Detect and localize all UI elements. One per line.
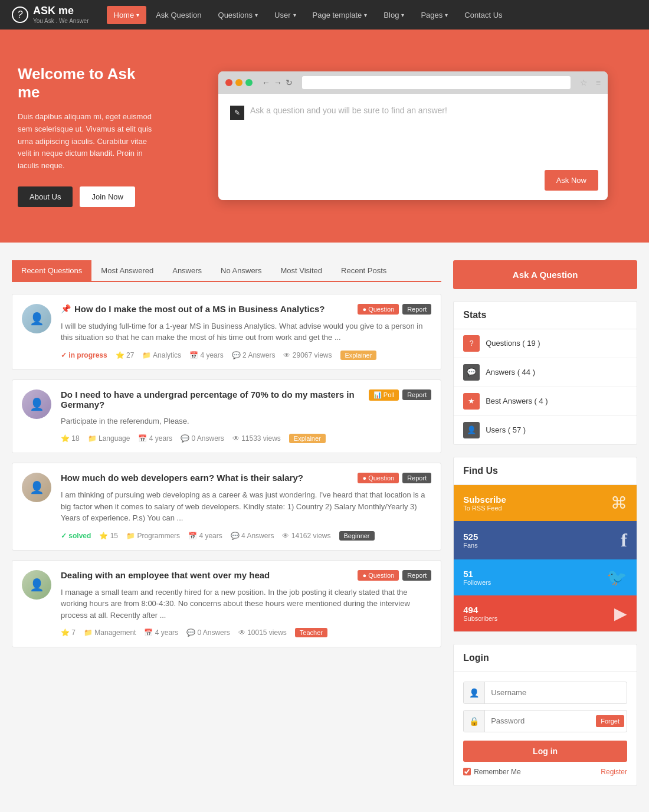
badge-report[interactable]: Report <box>402 473 431 483</box>
remember-me-checkbox[interactable] <box>463 768 471 775</box>
hero-title: Welcome to Ask me <box>18 65 159 102</box>
bookmark-icon: ☆ <box>580 78 588 87</box>
ask-a-question-button[interactable]: Ask A Question <box>453 260 637 289</box>
question-stars: ⭐ 27 <box>116 351 135 359</box>
question-excerpt: I will be studying full-time for a 1-yea… <box>61 320 431 343</box>
nav-item-questions[interactable]: Questions ▾ <box>211 6 266 24</box>
question-body: Dealing with an employee that went over … <box>61 561 441 647</box>
facebook-icon: f <box>621 529 627 551</box>
find-us-youtube-text: 494 Subscribers <box>463 605 497 622</box>
question-header: How much do web developers earn? What is… <box>61 473 431 483</box>
stats-users: 👤 Users ( 57 ) <box>454 416 637 444</box>
nav-item-blog[interactable]: Blog ▾ <box>376 6 411 24</box>
tab-recent-questions[interactable]: Recent Questions <box>12 260 91 281</box>
stats-questions: ? Questions ( 19 ) <box>454 329 637 358</box>
nav-item-contact[interactable]: Contact Us <box>457 6 509 24</box>
nav-item-pages[interactable]: Pages ▾ <box>414 6 455 24</box>
find-us-youtube[interactable]: 494 Subscribers ▶ <box>454 595 637 631</box>
question-title[interactable]: How much do web developers earn? What is… <box>61 473 358 483</box>
question-badges: 📊 Poll Report <box>369 389 431 401</box>
youtube-icon: ▶ <box>614 604 627 623</box>
question-excerpt: I am thinking of pursuing web developing… <box>61 489 431 524</box>
question-status: ✓ solved <box>61 532 91 540</box>
login-footer: Remember Me Register <box>463 768 627 776</box>
dot-red <box>225 79 232 86</box>
question-views: 👁 10015 views <box>238 628 287 637</box>
question-title[interactable]: Dealing with an employee that went over … <box>61 570 358 580</box>
hero-left: Welcome to Ask me Duis dapibus aliquam m… <box>0 30 177 243</box>
badge-report[interactable]: Report <box>402 389 431 400</box>
browser-content: ✎ Ask a question and you will be sure to… <box>218 94 608 200</box>
stats-questions-label: Questions ( 19 ) <box>486 339 540 348</box>
remember-me-label[interactable]: Remember Me <box>463 768 520 776</box>
question-body: Do I need to have a undergrad percentage… <box>61 380 441 453</box>
question-avatar: 👤 <box>12 463 61 550</box>
find-us-twitter[interactable]: 51 Followers 🐦 <box>454 559 637 595</box>
main-left: Recent Questions Most Answered Answers N… <box>12 260 441 798</box>
join-now-button[interactable]: Join Now <box>80 186 135 207</box>
nav-item-user[interactable]: User ▾ <box>267 6 303 24</box>
browser-bar: ← → ↻ ☆ ≡ <box>218 71 608 94</box>
question-badges: ● Question Report <box>358 473 431 483</box>
tab-answers[interactable]: Answers <box>163 260 211 281</box>
login-title: Login <box>454 644 637 672</box>
password-input[interactable] <box>485 712 596 730</box>
hero-buttons: About Us Join Now <box>18 186 159 207</box>
ask-now-button[interactable]: Ask Now <box>545 170 598 191</box>
login-form: 👤 🔒 Forget Log in Remember Me Register <box>454 672 637 785</box>
question-answers: 💬 0 Answers <box>181 434 224 443</box>
browser-nav-buttons: ← → ↻ <box>262 78 293 87</box>
username-icon: 👤 <box>464 682 485 703</box>
refresh-icon: ↻ <box>286 78 293 87</box>
stats-title: Stats <box>454 302 637 329</box>
tab-most-answered[interactable]: Most Answered <box>91 260 163 281</box>
login-section: Login 👤 🔒 Forget Log in Remember Me <box>453 644 637 786</box>
tab-most-visited[interactable]: Most Visited <box>271 260 332 281</box>
avatar: 👤 <box>22 389 51 419</box>
question-title[interactable]: 📌 How do I make the most out of a MS in … <box>61 304 358 314</box>
badge-question: ● Question <box>358 304 399 315</box>
question-time: 📅 4 years <box>144 628 178 637</box>
question-header: 📌 How do I make the most out of a MS in … <box>61 304 431 315</box>
tab-no-answers[interactable]: No Answers <box>211 260 271 281</box>
tab-recent-posts[interactable]: Recent Posts <box>332 260 396 281</box>
question-stars: ⭐ 18 <box>61 434 80 443</box>
find-us-rss-text: Subscribe To RSS Feed <box>463 495 506 512</box>
about-us-button[interactable]: About Us <box>18 186 73 207</box>
question-title[interactable]: Do I need to have a undergrad percentage… <box>61 389 369 410</box>
find-us-facebook[interactable]: 525 Fans f <box>454 521 637 559</box>
find-us-rss[interactable]: Subscribe To RSS Feed ⌘ <box>454 485 637 521</box>
browser-url-bar <box>302 76 571 89</box>
question-body: 📌 How do I make the most out of a MS in … <box>61 294 441 369</box>
dot-yellow <box>235 79 242 86</box>
username-input[interactable] <box>485 683 627 702</box>
avatar: 👤 <box>22 473 51 502</box>
site-logo[interactable]: ? ASK me You Ask . We Answer <box>12 5 89 25</box>
question-answers: 💬 4 Answers <box>231 532 274 540</box>
forget-button[interactable]: Forget <box>596 715 624 727</box>
question-stars: ⭐ 7 <box>61 628 76 637</box>
question-badges: ● Question Report <box>358 570 431 581</box>
question-answers: 💬 2 Answers <box>232 351 276 359</box>
question-card: 👤 Dealing with an employee that went ove… <box>12 560 441 648</box>
question-tag: Explainer <box>340 351 377 360</box>
nav-items: Home ▾ Ask Question Questions ▾ User ▾ P… <box>107 6 510 24</box>
nav-item-ask-question[interactable]: Ask Question <box>149 6 208 24</box>
rss-icon: ⌘ <box>611 493 627 513</box>
password-icon: 🔒 <box>464 711 485 732</box>
register-link[interactable]: Register <box>601 768 627 776</box>
best-answer-stats-icon: ★ <box>463 393 480 410</box>
question-tag: Teacher <box>295 628 327 637</box>
username-field: 👤 <box>463 682 627 704</box>
question-views: 👁 14162 views <box>282 532 330 540</box>
question-tag: Beginner <box>339 531 375 541</box>
badge-report[interactable]: Report <box>402 304 431 315</box>
nav-item-page-template[interactable]: Page template ▾ <box>306 6 375 24</box>
login-button[interactable]: Log in <box>463 741 627 762</box>
users-stats-icon: 👤 <box>463 422 480 438</box>
badge-report[interactable]: Report <box>402 570 431 581</box>
question-meta: ✓ in progress ⭐ 27 📁 Analytics 📅 4 years… <box>61 351 431 360</box>
badge-question: ● Question <box>358 473 399 483</box>
menu-icon: ≡ <box>596 78 601 87</box>
nav-item-home[interactable]: Home ▾ <box>107 6 147 24</box>
